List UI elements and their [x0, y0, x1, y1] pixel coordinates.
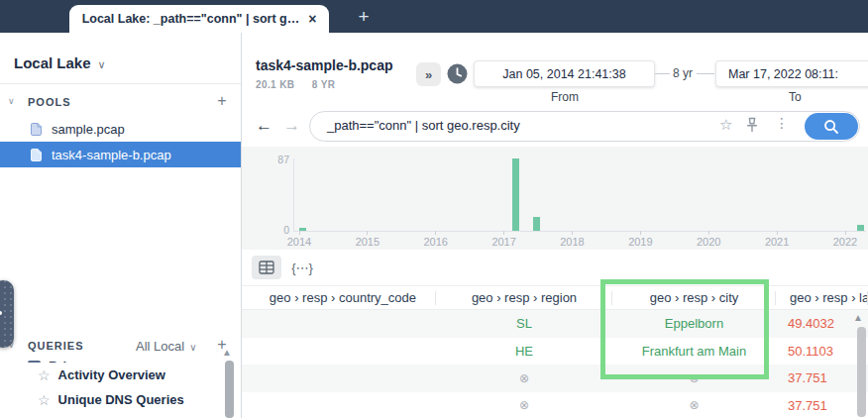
table-view-button[interactable]: [252, 256, 281, 279]
pool-item[interactable]: task4-sample-b.pcap: [0, 142, 241, 167]
query-item[interactable]: ☆Unique DNS Queries: [0, 387, 223, 412]
column-header[interactable]: geo › resp › country_code: [242, 286, 436, 310]
sidebar-drag-handle[interactable]: [0, 280, 14, 348]
table-cell[interactable]: ⊗: [612, 365, 776, 392]
query-folder-partial[interactable]: Brim: [0, 355, 218, 363]
to-label: To: [789, 90, 802, 104]
chevron-down-icon[interactable]: ∨: [8, 96, 15, 106]
column-header[interactable]: geo › resp › latitude: [776, 286, 868, 310]
json-view-button[interactable]: {⋯}: [287, 256, 317, 279]
column-header-label: geo › resp › city: [612, 290, 776, 305]
pool-item[interactable]: sample.pcap: [0, 116, 241, 142]
table-row[interactable]: HEFrankfurt am Main50.1103: [242, 338, 868, 366]
pool-size: 20.1 KB: [256, 79, 295, 90]
from-label: From: [551, 90, 579, 104]
search-button[interactable]: [805, 113, 858, 140]
pin-icon[interactable]: [745, 117, 759, 133]
lake-selector[interactable]: Local Lake∨: [14, 54, 106, 71]
query-item[interactable]: ☆Windows Networking Activity: [0, 412, 223, 418]
queries-scrollbar[interactable]: [225, 361, 234, 418]
clock-icon: [447, 63, 468, 84]
table-cell[interactable]: SL: [436, 310, 612, 338]
search-query-text[interactable]: _path=="conn" | sort geo.resp.city: [327, 118, 520, 133]
column-header[interactable]: geo › resp › city: [612, 286, 776, 310]
table-cell[interactable]: Frankfurt am Main: [612, 338, 776, 366]
axis-tick-label: 2020: [689, 236, 728, 248]
column-header-label: geo › resp › country_code: [270, 290, 416, 305]
to-date-input[interactable]: Mar 17, 2022 08:11:: [715, 60, 868, 87]
tab-close-icon[interactable]: ×: [308, 12, 316, 26]
favorite-star-icon[interactable]: ☆: [719, 116, 732, 134]
pools-list: sample.pcaptask4-sample-b.pcap: [0, 116, 241, 167]
to-date-value: Mar 17, 2022 08:11:: [728, 67, 838, 81]
table-cell[interactable]: [242, 310, 436, 338]
axis-tick: [845, 231, 846, 235]
add-pool-button[interactable]: +: [212, 92, 232, 110]
chevron-down-icon: ∨: [189, 342, 196, 353]
active-tab[interactable]: Local Lake: _path=="conn" | sort g… ×: [69, 5, 329, 33]
tab-bar: Local Lake: _path=="conn" | sort g… × +: [0, 0, 868, 33]
table-cell[interactable]: [242, 365, 436, 392]
results-toolbar: {⋯}: [242, 250, 868, 285]
table-row[interactable]: ⊗⊗37.751: [242, 365, 868, 392]
axis-tick: [503, 231, 504, 235]
table-cell[interactable]: HE: [436, 338, 612, 366]
table-cell[interactable]: 37.751: [776, 392, 868, 418]
axis-tick-label: 2016: [416, 236, 456, 248]
table-grid-icon: [259, 261, 274, 274]
lake-name: Local Lake: [14, 54, 91, 71]
query-label: Unique DNS Queries: [58, 392, 184, 407]
column-header[interactable]: geo › resp › region: [436, 286, 612, 310]
axis-tick-label: 2018: [553, 236, 593, 248]
table-cell[interactable]: ⊗: [612, 392, 776, 418]
histogram-bar: [299, 228, 306, 231]
histogram-bar: [512, 158, 519, 231]
star-icon: ☆: [38, 368, 51, 382]
scroll-up-arrow-icon[interactable]: ▲: [222, 347, 232, 358]
column-header-label: geo › resp › region: [436, 290, 612, 305]
axis-tick-label: 2015: [348, 236, 387, 248]
file-icon: [30, 148, 43, 162]
scroll-up-arrow-icon[interactable]: ▲: [853, 312, 863, 323]
table-cell[interactable]: [242, 338, 436, 366]
y-axis-line: [293, 158, 294, 231]
table-cell[interactable]: 50.1103: [776, 338, 868, 366]
new-tab-button[interactable]: +: [349, 3, 379, 30]
back-button[interactable]: ←: [256, 116, 272, 136]
divider: [0, 83, 241, 84]
query-label: Activity Overview: [58, 367, 165, 382]
histogram[interactable]: 87 0 20142015201620172018201920202021202…: [242, 147, 868, 250]
table-cell[interactable]: ⊗: [436, 392, 612, 418]
axis-tick-label: 2021: [757, 236, 797, 248]
star-icon: ☆: [38, 393, 51, 407]
queries-section-label: QUERIES: [28, 340, 84, 352]
queries-scope-dropdown[interactable]: All Local∨: [136, 339, 196, 354]
axis-tick-label: 2014: [279, 236, 319, 248]
column-header-label: geo › resp › latitude: [790, 290, 868, 305]
table-cell[interactable]: 37.751: [776, 365, 868, 392]
chevron-down-icon: ∨: [98, 58, 106, 70]
table-cell[interactable]: [242, 392, 436, 418]
expand-timerange-button[interactable]: »: [416, 62, 441, 86]
axis-tick-label: 2022: [825, 236, 865, 248]
table-cell[interactable]: Eppelborn: [612, 310, 776, 338]
divider: [697, 73, 714, 74]
queries-list: ☆Activity Overview☆Unique DNS Queries☆Wi…: [0, 363, 223, 418]
more-options-icon[interactable]: ⋮: [775, 115, 789, 131]
pools-section-header: ∨ POOLS +: [0, 91, 241, 115]
axis-tick: [367, 231, 368, 235]
y-axis-min-label: 0: [262, 224, 289, 236]
table-scrollbar[interactable]: [857, 327, 866, 417]
forward-button[interactable]: →: [283, 116, 300, 136]
tab-title: Local Lake: _path=="conn" | sort g…: [82, 12, 300, 26]
histogram-bar: [857, 225, 864, 231]
table-row[interactable]: ⊗⊗37.751: [242, 392, 868, 418]
table-row[interactable]: SLEppelborn49.4032: [242, 310, 868, 338]
pool-age: 8 YR: [312, 79, 336, 90]
divider: [655, 73, 670, 74]
axis-tick-label: 2019: [620, 236, 660, 248]
y-axis-max-label: 87: [262, 154, 289, 165]
from-date-input[interactable]: Jan 05, 2014 21:41:38: [474, 60, 655, 87]
query-item[interactable]: ☆Activity Overview: [0, 363, 223, 387]
table-cell[interactable]: ⊗: [436, 365, 612, 392]
